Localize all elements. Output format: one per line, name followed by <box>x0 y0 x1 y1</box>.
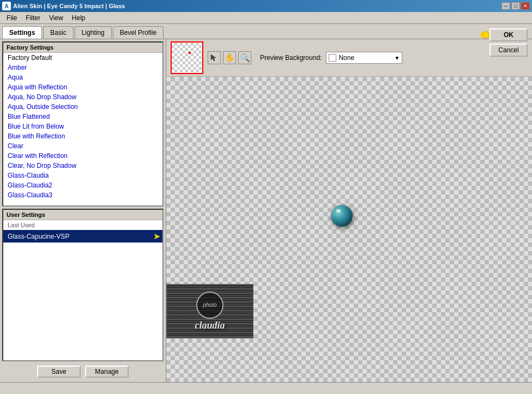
thumbnail-overlay: photo claudia <box>166 284 253 338</box>
list-item[interactable]: Glass-Claudia2 <box>3 180 162 190</box>
list-item[interactable]: Aqua, No Drop Shadow <box>3 92 162 102</box>
select-tool-icon[interactable] <box>208 51 221 64</box>
app-icon: A <box>2 2 11 10</box>
factory-settings-section: Factory Settings Factory Default Amber A… <box>2 41 164 207</box>
preview-thumbnail <box>171 41 203 74</box>
preview-bg-label: Preview Background: <box>260 54 322 62</box>
selected-user-setting[interactable]: Glass-Capucine-VSP <box>5 232 151 241</box>
list-item[interactable]: Aqua, Outside Selection <box>3 102 162 112</box>
tab-bar: Settings Basic Lighting Bevel Profile <box>0 24 532 39</box>
user-settings-list[interactable]: Last Used Glass-Capucine-VSP ➤ <box>3 220 162 360</box>
factory-settings-header: Factory Settings <box>3 43 162 53</box>
list-item[interactable]: Blue with Reflection <box>3 131 162 141</box>
tab-bevel-profile[interactable]: Bevel Profile <box>113 26 164 39</box>
list-item[interactable]: Aqua <box>3 72 162 82</box>
ok-cancel-area: ➤ OK Cancel <box>489 28 528 57</box>
menu-bar: File Filter View Help <box>0 12 532 24</box>
list-item[interactable]: Blue Flattened <box>3 112 162 122</box>
preview-bg-swatch <box>329 54 336 62</box>
manage-button[interactable]: Manage <box>85 366 129 378</box>
last-used-label: Last Used <box>3 220 162 230</box>
close-button[interactable]: ✕ <box>521 2 530 10</box>
list-item[interactable]: Amber <box>3 63 162 72</box>
list-item[interactable]: Factory Default <box>3 53 162 63</box>
glass-ball <box>331 205 353 227</box>
tab-settings[interactable]: Settings <box>2 26 42 39</box>
right-toolbar: ✋ 🔍 Preview Background: None ▼ <box>166 39 532 77</box>
preview-canvas: photo claudia <box>166 77 532 382</box>
maximize-button[interactable]: □ <box>511 2 520 10</box>
main-layout: Factory Settings Factory Default Amber A… <box>0 39 532 382</box>
arrow-icon: ➤ <box>153 231 160 241</box>
menu-view[interactable]: View <box>45 13 68 23</box>
menu-file[interactable]: File <box>2 13 21 23</box>
window-title: Alien Skin | Eye Candy 5 Impact | Glass <box>13 3 125 9</box>
menu-help[interactable]: Help <box>68 13 90 23</box>
save-button[interactable]: Save <box>37 366 81 378</box>
title-bar: A Alien Skin | Eye Candy 5 Impact | Glas… <box>0 0 532 12</box>
minimize-button[interactable]: ─ <box>501 2 510 10</box>
pan-tool-icon[interactable]: ✋ <box>223 51 236 64</box>
ok-button[interactable]: OK <box>489 28 528 41</box>
list-item[interactable]: Glass-Claudia3 <box>3 190 162 200</box>
user-settings-section: User Settings Last Used Glass-Capucine-V… <box>2 209 164 361</box>
cancel-button[interactable]: Cancel <box>489 44 528 57</box>
preview-bg-dropdown-icon[interactable]: ▼ <box>394 55 400 61</box>
tab-lighting[interactable]: Lighting <box>75 26 112 39</box>
list-item[interactable]: Glass-Claudia <box>3 171 162 180</box>
list-item[interactable]: Clear <box>3 141 162 151</box>
status-bar <box>0 382 532 394</box>
preview-bg-value: None <box>338 54 394 62</box>
thumb-text: claudia <box>195 320 225 331</box>
glass-ball-highlight <box>336 209 341 213</box>
zoom-tool-icon[interactable]: 🔍 <box>238 51 251 64</box>
left-panel: Factory Settings Factory Default Amber A… <box>0 39 166 382</box>
bottom-buttons: Save Manage <box>2 363 164 380</box>
list-item[interactable]: Clear with Reflection <box>3 151 162 161</box>
list-item[interactable]: Aqua with Reflection <box>3 82 162 92</box>
list-item[interactable]: Clear, No Drop Shadow <box>3 161 162 171</box>
menu-filter[interactable]: Filter <box>21 13 45 23</box>
tool-icons: ✋ 🔍 <box>208 51 251 64</box>
factory-settings-list[interactable]: Factory Default Amber Aqua Aqua with Ref… <box>3 53 162 205</box>
tab-basic[interactable]: Basic <box>43 26 73 39</box>
list-item[interactable]: Blue Lit from Below <box>3 122 162 131</box>
right-panel: ✋ 🔍 Preview Background: None ▼ <box>166 39 532 382</box>
user-settings-header: User Settings <box>3 210 162 220</box>
thumb-dot <box>189 52 191 54</box>
